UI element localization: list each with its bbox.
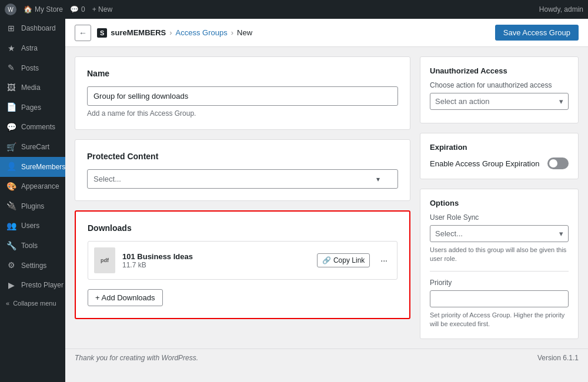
plugins-icon: 🔌 bbox=[6, 200, 16, 212]
protected-content-title: Protected Content bbox=[87, 152, 398, 161]
back-button[interactable]: ← bbox=[75, 25, 91, 41]
settings-icon: ⚙ bbox=[6, 260, 16, 272]
page-header: ← S sureMEMBERS › Access Groups › New Sa… bbox=[65, 19, 588, 47]
plugin-logo: S sureMEMBERS bbox=[97, 28, 166, 38]
sidebar-item-users[interactable]: 👥 Users bbox=[0, 216, 65, 236]
download-info: 101 Business Ideas 11.7 kB bbox=[122, 252, 310, 269]
page-footer: Thank you for creating with WordPress. V… bbox=[65, 349, 588, 367]
breadcrumb-separator-1: › bbox=[169, 28, 172, 37]
name-card: Name Add a name for this Access Group. bbox=[75, 56, 410, 130]
priority-input[interactable] bbox=[430, 290, 569, 307]
more-options-button[interactable]: ··· bbox=[377, 253, 391, 267]
comments-icon: 💬 bbox=[6, 122, 16, 133]
pages-icon: 📄 bbox=[6, 102, 16, 113]
dashboard-icon: ⊞ bbox=[6, 23, 16, 35]
surecart-icon: 🛒 bbox=[6, 142, 16, 153]
sidebar-item-tools[interactable]: 🔧 Tools bbox=[0, 236, 65, 256]
breadcrumb-access-groups[interactable]: Access Groups bbox=[176, 28, 228, 37]
sidebar-item-presto-player[interactable]: ▶ Presto Player bbox=[0, 276, 65, 296]
sidebar-item-settings[interactable]: ⚙ Settings bbox=[0, 256, 65, 276]
unauthorized-action-placeholder: Select an action bbox=[435, 97, 490, 106]
adminbar-howdy: Howdy, admin bbox=[539, 5, 583, 14]
unauthorized-access-card: Unauthorized Access Choose action for un… bbox=[420, 56, 579, 123]
media-icon: 🖼 bbox=[6, 82, 16, 94]
chevron-down-icon: ▾ bbox=[559, 229, 563, 238]
admin-sidebar: ⊞ Dashboard ★ Astra ✎ Posts 🖼 Media 📄 Pa… bbox=[0, 19, 65, 382]
protected-content-placeholder: Select... bbox=[93, 175, 121, 183]
sidebar-item-media[interactable]: 🖼 Media bbox=[0, 78, 65, 98]
priority-hint: Set priority of Access Group. Higher the… bbox=[430, 311, 569, 329]
sidebar-item-plugins[interactable]: 🔌 Plugins bbox=[0, 196, 65, 216]
adminbar-notifications[interactable]: 💬 0 bbox=[70, 5, 85, 14]
name-hint: Add a name for this Access Group. bbox=[87, 109, 398, 118]
downloads-title: Downloads bbox=[88, 223, 397, 233]
sidebar-item-astra[interactable]: ★ Astra bbox=[0, 39, 65, 59]
sidebar-item-dashboard[interactable]: ⊞ Dashboard bbox=[0, 19, 65, 39]
wp-version: Version 6.1.1 bbox=[537, 354, 579, 362]
priority-label: Priority bbox=[430, 279, 569, 287]
downloads-card: Downloads pdf 101 Business Ideas 11.7 kB… bbox=[75, 210, 410, 319]
expiration-title: Expiration bbox=[430, 143, 569, 152]
unauthorized-action-select[interactable]: Select an action ▾ bbox=[430, 93, 569, 110]
expiration-toggle-label: Enable Access Group Expiration bbox=[430, 159, 539, 168]
sidebar-item-posts[interactable]: ✎ Posts bbox=[0, 58, 65, 78]
sidebar-item-pages[interactable]: 📄 Pages bbox=[0, 98, 65, 118]
sidebar-item-suremembers[interactable]: 👤 SureMembers bbox=[0, 157, 65, 177]
users-icon: 👥 bbox=[6, 220, 16, 232]
options-title: Options bbox=[430, 199, 569, 207]
adminbar-new[interactable]: + New bbox=[92, 5, 112, 14]
options-card: Options User Role Sync Select... ▾ Users… bbox=[420, 189, 579, 339]
breadcrumb: S sureMEMBERS › Access Groups › New bbox=[97, 28, 252, 38]
user-role-sync-placeholder: Select... bbox=[435, 229, 463, 238]
protected-content-select[interactable]: Select... ▾ bbox=[87, 169, 398, 189]
download-item: pdf 101 Business Ideas 11.7 kB 🔗 Copy Li… bbox=[88, 241, 397, 280]
breadcrumb-current: New bbox=[237, 28, 252, 37]
posts-icon: ✎ bbox=[6, 62, 16, 74]
sidebar-item-surecart[interactable]: 🛒 SureCart bbox=[0, 138, 65, 158]
collapse-icon: « bbox=[6, 300, 9, 307]
astra-icon: ★ bbox=[6, 43, 16, 55]
sidebar-item-comments[interactable]: 💬 Comments bbox=[0, 118, 65, 138]
expiration-toggle[interactable] bbox=[547, 158, 569, 169]
presto-icon: ▶ bbox=[6, 280, 16, 291]
download-name: 101 Business Ideas bbox=[122, 252, 310, 261]
unauthorized-access-title: Unauthorized Access bbox=[430, 66, 569, 75]
options-divider bbox=[430, 271, 569, 272]
user-role-sync-select[interactable]: Select... ▾ bbox=[430, 225, 569, 242]
expiration-toggle-row: Enable Access Group Expiration bbox=[430, 158, 569, 169]
chevron-down-icon: ▾ bbox=[376, 175, 380, 183]
link-icon: 🔗 bbox=[322, 256, 331, 264]
name-section-title: Name bbox=[87, 69, 398, 78]
protected-content-card: Protected Content Select... ▾ bbox=[75, 139, 410, 201]
unauthorized-access-label: Choose action for unauthorized access bbox=[430, 81, 569, 89]
wp-logo-icon: W bbox=[5, 4, 16, 15]
user-role-sync-hint: Users added to this group will also be g… bbox=[430, 246, 569, 264]
comment-icon: 💬 bbox=[70, 5, 79, 14]
main-column: Name Add a name for this Access Group. P… bbox=[75, 56, 410, 339]
collapse-menu-button[interactable]: « Collapse menu bbox=[0, 295, 65, 311]
expiration-card: Expiration Enable Access Group Expiratio… bbox=[420, 133, 579, 179]
download-size: 11.7 kB bbox=[122, 261, 310, 269]
user-role-sync-label: User Role Sync bbox=[430, 213, 569, 222]
suremembers-icon: 👤 bbox=[6, 161, 16, 173]
pdf-thumbnail: pdf bbox=[94, 247, 115, 273]
tools-icon: 🔧 bbox=[6, 240, 16, 252]
sidebar-item-appearance[interactable]: 🎨 Appearance bbox=[0, 177, 65, 197]
copy-link-button[interactable]: 🔗 Copy Link bbox=[317, 253, 370, 267]
add-downloads-button[interactable]: + Add Downloads bbox=[88, 289, 163, 306]
right-sidebar: Unauthorized Access Choose action for un… bbox=[420, 56, 579, 339]
breadcrumb-separator-2: › bbox=[231, 28, 233, 37]
pdf-icon: pdf bbox=[101, 257, 109, 263]
save-access-group-button[interactable]: Save Access Group bbox=[495, 25, 579, 41]
appearance-icon: 🎨 bbox=[6, 181, 16, 193]
name-input[interactable] bbox=[87, 86, 398, 106]
footer-credit: Thank you for creating with WordPress. bbox=[75, 354, 198, 362]
store-icon: 🏠 bbox=[24, 5, 32, 14]
chevron-down-icon: ▾ bbox=[559, 97, 563, 106]
adminbar-site-name[interactable]: 🏠 My Store bbox=[24, 5, 63, 14]
